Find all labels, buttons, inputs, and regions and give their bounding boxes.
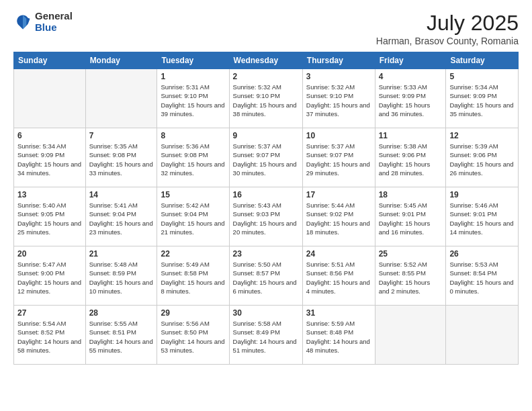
day-number: 12 <box>449 131 515 140</box>
calendar-cell: 1Sunrise: 5:31 AM Sunset: 9:10 PM Daylig… <box>157 69 229 128</box>
day-info: Sunrise: 5:37 AM Sunset: 9:07 PM Dayligh… <box>233 142 299 177</box>
day-number: 10 <box>306 131 371 140</box>
day-of-week-header: Friday <box>375 52 446 69</box>
calendar-cell: 20Sunrise: 5:47 AM Sunset: 9:00 PM Dayli… <box>14 246 86 306</box>
logo-icon <box>13 13 32 32</box>
day-number: 26 <box>449 249 515 259</box>
calendar-cell: 6Sunrise: 5:34 AM Sunset: 9:09 PM Daylig… <box>14 128 86 187</box>
day-number: 4 <box>379 72 443 81</box>
calendar-title: July 2025 <box>376 11 519 36</box>
day-number: 25 <box>379 249 443 259</box>
day-number: 16 <box>233 190 299 199</box>
day-info: Sunrise: 5:56 AM Sunset: 8:50 PM Dayligh… <box>161 319 225 355</box>
day-info: Sunrise: 5:34 AM Sunset: 9:09 PM Dayligh… <box>449 83 515 118</box>
day-number: 21 <box>89 249 154 259</box>
logo-general: General <box>35 10 73 21</box>
day-number: 2 <box>233 72 299 81</box>
day-info: Sunrise: 5:47 AM Sunset: 9:00 PM Dayligh… <box>17 260 82 295</box>
day-info: Sunrise: 5:34 AM Sunset: 9:09 PM Dayligh… <box>17 142 82 177</box>
day-number: 8 <box>161 131 225 140</box>
calendar-cell: 25Sunrise: 5:52 AM Sunset: 8:55 PM Dayli… <box>375 246 446 306</box>
calendar-cell: 28Sunrise: 5:55 AM Sunset: 8:51 PM Dayli… <box>85 306 157 365</box>
day-info: Sunrise: 5:40 AM Sunset: 9:05 PM Dayligh… <box>17 201 82 236</box>
day-info: Sunrise: 5:41 AM Sunset: 9:04 PM Dayligh… <box>89 201 154 236</box>
day-number: 30 <box>233 308 299 318</box>
calendar-cell: 29Sunrise: 5:56 AM Sunset: 8:50 PM Dayli… <box>157 306 229 365</box>
calendar-table: SundayMondayTuesdayWednesdayThursdayFrid… <box>13 52 519 365</box>
calendar-week-row: 6Sunrise: 5:34 AM Sunset: 9:09 PM Daylig… <box>14 128 519 187</box>
day-info: Sunrise: 5:48 AM Sunset: 8:59 PM Dayligh… <box>89 260 154 295</box>
day-number: 7 <box>89 131 154 140</box>
day-info: Sunrise: 5:52 AM Sunset: 8:55 PM Dayligh… <box>379 260 443 295</box>
calendar-cell: 26Sunrise: 5:53 AM Sunset: 8:54 PM Dayli… <box>446 246 519 306</box>
day-info: Sunrise: 5:46 AM Sunset: 9:01 PM Dayligh… <box>449 201 515 236</box>
day-number: 15 <box>161 190 225 199</box>
day-number: 24 <box>306 249 371 259</box>
calendar-header-row: SundayMondayTuesdayWednesdayThursdayFrid… <box>14 52 519 69</box>
calendar-cell: 15Sunrise: 5:42 AM Sunset: 9:04 PM Dayli… <box>157 187 229 246</box>
day-number: 27 <box>17 308 82 318</box>
calendar-cell: 21Sunrise: 5:48 AM Sunset: 8:59 PM Dayli… <box>85 246 157 306</box>
day-info: Sunrise: 5:33 AM Sunset: 9:09 PM Dayligh… <box>379 83 443 118</box>
calendar-week-row: 1Sunrise: 5:31 AM Sunset: 9:10 PM Daylig… <box>14 69 519 128</box>
calendar-cell <box>446 306 519 365</box>
day-number: 14 <box>89 190 154 199</box>
day-number: 3 <box>306 72 371 81</box>
day-number: 9 <box>233 131 299 140</box>
day-info: Sunrise: 5:49 AM Sunset: 8:58 PM Dayligh… <box>161 260 225 295</box>
day-number: 13 <box>17 190 82 199</box>
calendar-cell: 13Sunrise: 5:40 AM Sunset: 9:05 PM Dayli… <box>14 187 86 246</box>
calendar-cell: 9Sunrise: 5:37 AM Sunset: 9:07 PM Daylig… <box>229 128 302 187</box>
day-info: Sunrise: 5:37 AM Sunset: 9:07 PM Dayligh… <box>306 142 371 177</box>
day-number: 22 <box>161 249 225 259</box>
calendar-cell: 14Sunrise: 5:41 AM Sunset: 9:04 PM Dayli… <box>85 187 157 246</box>
calendar-cell <box>375 306 446 365</box>
day-info: Sunrise: 5:55 AM Sunset: 8:51 PM Dayligh… <box>89 319 154 355</box>
calendar-cell: 7Sunrise: 5:35 AM Sunset: 9:08 PM Daylig… <box>85 128 157 187</box>
day-number: 28 <box>89 308 154 318</box>
calendar-cell <box>14 69 86 128</box>
day-number: 20 <box>17 249 82 259</box>
day-info: Sunrise: 5:43 AM Sunset: 9:03 PM Dayligh… <box>233 201 299 236</box>
day-info: Sunrise: 5:44 AM Sunset: 9:02 PM Dayligh… <box>306 201 371 236</box>
logo-blue: Blue <box>35 21 57 33</box>
header: General Blue July 2025 Harman, Brasov Co… <box>13 11 519 46</box>
calendar-cell: 18Sunrise: 5:45 AM Sunset: 9:01 PM Dayli… <box>375 187 446 246</box>
day-number: 5 <box>449 72 515 81</box>
day-number: 29 <box>161 308 225 318</box>
day-of-week-header: Wednesday <box>229 52 302 69</box>
day-number: 23 <box>233 249 299 259</box>
calendar-cell: 2Sunrise: 5:32 AM Sunset: 9:10 PM Daylig… <box>229 69 302 128</box>
calendar-cell: 27Sunrise: 5:54 AM Sunset: 8:52 PM Dayli… <box>14 306 86 365</box>
calendar-cell: 3Sunrise: 5:32 AM Sunset: 9:10 PM Daylig… <box>302 69 375 128</box>
day-number: 6 <box>17 131 82 140</box>
calendar-cell <box>85 69 157 128</box>
calendar-cell: 17Sunrise: 5:44 AM Sunset: 9:02 PM Dayli… <box>302 187 375 246</box>
calendar-cell: 8Sunrise: 5:36 AM Sunset: 9:08 PM Daylig… <box>157 128 229 187</box>
logo-text: General Blue <box>35 11 73 33</box>
day-of-week-header: Saturday <box>446 52 519 69</box>
calendar-cell: 12Sunrise: 5:39 AM Sunset: 9:06 PM Dayli… <box>446 128 519 187</box>
day-info: Sunrise: 5:54 AM Sunset: 8:52 PM Dayligh… <box>17 319 82 355</box>
calendar-week-row: 27Sunrise: 5:54 AM Sunset: 8:52 PM Dayli… <box>14 306 519 365</box>
day-info: Sunrise: 5:50 AM Sunset: 8:57 PM Dayligh… <box>233 260 299 295</box>
day-info: Sunrise: 5:59 AM Sunset: 8:48 PM Dayligh… <box>306 319 371 355</box>
calendar-week-row: 13Sunrise: 5:40 AM Sunset: 9:05 PM Dayli… <box>14 187 519 246</box>
logo: General Blue <box>13 11 73 33</box>
calendar-cell: 24Sunrise: 5:51 AM Sunset: 8:56 PM Dayli… <box>302 246 375 306</box>
day-info: Sunrise: 5:53 AM Sunset: 8:54 PM Dayligh… <box>449 260 515 295</box>
day-number: 19 <box>449 190 515 199</box>
day-number: 11 <box>379 131 443 140</box>
day-info: Sunrise: 5:38 AM Sunset: 9:06 PM Dayligh… <box>379 142 443 177</box>
day-info: Sunrise: 5:51 AM Sunset: 8:56 PM Dayligh… <box>306 260 371 295</box>
day-number: 31 <box>306 308 371 318</box>
day-of-week-header: Monday <box>85 52 157 69</box>
calendar-cell: 22Sunrise: 5:49 AM Sunset: 8:58 PM Dayli… <box>157 246 229 306</box>
page: General Blue July 2025 Harman, Brasov Co… <box>0 0 532 411</box>
day-info: Sunrise: 5:39 AM Sunset: 9:06 PM Dayligh… <box>449 142 515 177</box>
calendar-subtitle: Harman, Brasov County, Romania <box>376 36 519 46</box>
calendar-cell: 10Sunrise: 5:37 AM Sunset: 9:07 PM Dayli… <box>302 128 375 187</box>
day-info: Sunrise: 5:32 AM Sunset: 9:10 PM Dayligh… <box>306 83 371 118</box>
day-of-week-header: Sunday <box>14 52 86 69</box>
day-info: Sunrise: 5:36 AM Sunset: 9:08 PM Dayligh… <box>161 142 225 177</box>
